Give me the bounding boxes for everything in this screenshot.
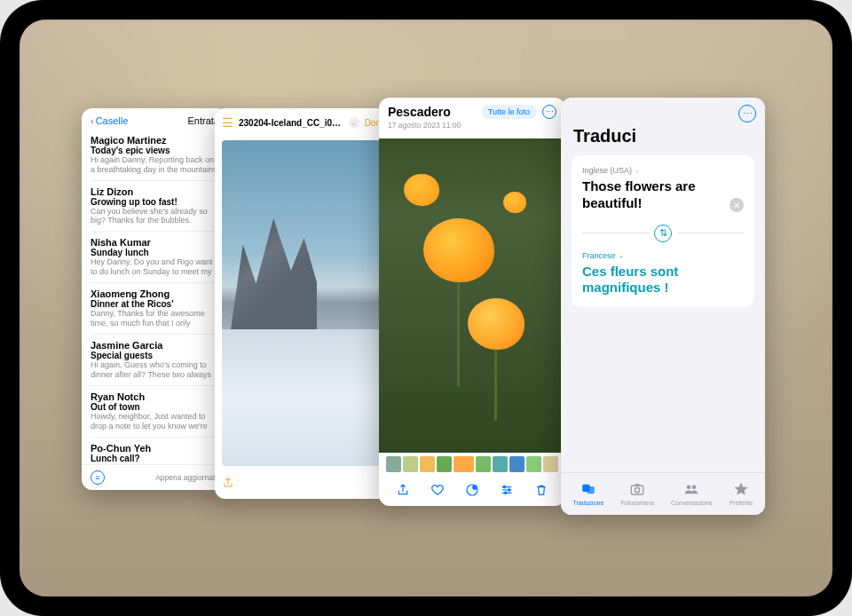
mail-preview: Hey Danny, Do you and Rigo want to do lu… — [91, 257, 219, 277]
translated-text: Ces fleurs sont magnifiques ! — [582, 264, 744, 297]
mail-subject: Today's epic views — [91, 146, 219, 155]
heart-icon[interactable] — [429, 481, 446, 499]
notes-attached-image[interactable] — [222, 140, 381, 466]
filter-icon[interactable]: ≡ — [91, 470, 105, 485]
chevron-down-icon[interactable]: ⌄ — [349, 117, 359, 128]
swap-languages-icon[interactable]: ⇅ — [654, 225, 672, 242]
svg-point-9 — [473, 486, 477, 490]
translate-navbar: ⋯ — [561, 98, 765, 122]
people-icon — [682, 480, 700, 498]
camera-icon — [628, 480, 646, 498]
mail-back-label: Caselle — [96, 115, 129, 126]
more-icon[interactable]: ⋯ — [542, 105, 556, 119]
svg-rect-17 — [631, 486, 643, 494]
mail-subject: Sunday lunch — [91, 248, 219, 257]
chevron-left-icon: ‹ — [91, 115, 94, 126]
adjust-icon[interactable] — [498, 481, 516, 499]
mail-item[interactable]: Nisha Kumar Sunday lunch Hey Danny, Do y… — [91, 232, 219, 283]
thumbnail-current[interactable] — [454, 456, 475, 472]
notes-navbar: ☰ 230204-Iceland_CC_i0… ⌄ Don — [215, 108, 388, 137]
thumbnail[interactable] — [420, 456, 435, 472]
mail-preview: Danny, Thanks for the awesome time, so m… — [91, 309, 219, 328]
mail-item[interactable]: Magico Martinez Today's epic views Hi ag… — [91, 130, 219, 181]
thumbnail[interactable] — [386, 456, 401, 472]
mail-sender: Xiaomeng Zhong — [91, 288, 219, 299]
mail-toolbar: ≡ Appena aggiornato — [82, 464, 228, 490]
tab-label: Fotocamera — [621, 500, 654, 506]
photo-viewer[interactable] — [379, 138, 565, 453]
mail-sender: Nisha Kumar — [91, 237, 219, 248]
snow-foreground — [222, 329, 381, 466]
share-icon[interactable] — [222, 477, 234, 492]
swap-row: ⇅ — [582, 225, 744, 242]
app-card-notes[interactable]: Note Snowscape Photography ☰ 230204-Icel… — [215, 108, 388, 499]
ipad-frame: Mail Entrata ‹ Caselle Entrata Magico Ma… — [0, 0, 852, 616]
mail-item[interactable]: Liz Dizon Growing up too fast! Can you b… — [91, 181, 219, 233]
flower — [468, 298, 525, 350]
trash-icon[interactable] — [532, 481, 550, 499]
app-card-photos[interactable]: Foto Pescadero Tutte le foto ⋯ 17 agosto… — [379, 98, 565, 506]
target-language-selector[interactable]: Francese ⌄ — [582, 251, 744, 260]
all-photos-button[interactable]: Tutte le foto — [481, 105, 537, 119]
mail-subject: Dinner at the Ricos' — [91, 299, 219, 309]
photos-album-title: Pescadero — [388, 105, 451, 119]
app-card-mail[interactable]: Mail Entrata ‹ Caselle Entrata Magico Ma… — [82, 108, 228, 490]
chevron-down-icon: ⌄ — [635, 167, 640, 174]
tab-camera[interactable]: Fotocamera — [621, 480, 654, 506]
chevron-down-icon: ⌄ — [619, 252, 624, 259]
clear-icon[interactable]: ✕ — [730, 198, 744, 212]
flower — [404, 174, 439, 206]
svg-point-12 — [504, 492, 506, 494]
svg-point-18 — [635, 488, 640, 493]
svg-point-11 — [508, 489, 509, 491]
mountain-image — [230, 205, 317, 336]
translate-card: Inglese (USA) ⌄ Those flowers are beauti… — [572, 155, 754, 307]
photo-thumbnails[interactable] — [379, 456, 565, 472]
mail-preview: Hi again Danny, Reporting back on a brea… — [91, 155, 219, 175]
tab-translate[interactable]: Traduzione — [573, 480, 604, 506]
thumbnail[interactable] — [543, 456, 558, 472]
photos-date: 17 agosto 2023 11:00 — [388, 121, 556, 130]
flower-stem — [457, 280, 460, 387]
thumbnail[interactable] — [509, 456, 525, 472]
thumbnail[interactable] — [493, 456, 508, 472]
thumbnail[interactable] — [403, 456, 418, 472]
mail-subject: Special guests — [91, 351, 219, 360]
app-switcher: Mail Entrata ‹ Caselle Entrata Magico Ma… — [82, 82, 788, 534]
mail-sender: Magico Martinez — [91, 135, 219, 146]
notes-toolbar — [215, 470, 388, 499]
mail-sender: Liz Dizon — [91, 186, 219, 197]
photos-toolbar — [379, 472, 565, 506]
mail-sender: Ryan Notch — [91, 391, 219, 402]
source-language: Inglese (USA) — [582, 166, 632, 175]
mail-preview: Can you believe she's already so big? Th… — [91, 207, 219, 226]
mail-item[interactable]: Ryan Notch Out of town Howdy, neighbor, … — [91, 386, 219, 438]
mail-subject: Out of town — [91, 402, 219, 412]
list-icon[interactable]: ☰ — [222, 115, 233, 130]
translate-heading: Traduci — [561, 122, 765, 155]
share-icon[interactable] — [394, 481, 412, 499]
mail-preview: Hi again. Guess who's coming to dinner a… — [91, 360, 219, 380]
more-icon[interactable]: ⋯ — [738, 105, 756, 122]
mail-item[interactable]: Jasmine Garcia Special guests Hi again. … — [91, 335, 219, 386]
mail-subject: Lunch call? — [91, 454, 219, 463]
source-language-selector[interactable]: Inglese (USA) ⌄ — [582, 166, 744, 175]
mail-list[interactable]: Magico Martinez Today's epic views Hi ag… — [82, 130, 228, 464]
info-icon[interactable] — [463, 481, 481, 499]
thumbnail[interactable] — [526, 456, 541, 472]
thumbnail[interactable] — [476, 456, 491, 472]
mail-back-button[interactable]: ‹ Caselle — [91, 115, 128, 126]
mail-item[interactable]: Xiaomeng Zhong Dinner at the Ricos' Dann… — [91, 283, 219, 335]
thumbnail[interactable] — [437, 456, 452, 472]
translate-tabbar: Traduzione Fotocamera Conversazione Pref… — [561, 472, 765, 515]
app-card-translate[interactable]: Traduci ⋯ Traduci Inglese (USA) ⌄ Those … — [561, 98, 765, 515]
svg-point-19 — [687, 486, 691, 490]
flower — [423, 218, 494, 282]
target-language: Francese — [582, 251, 616, 260]
source-text[interactable]: Those flowers are beautiful! — [582, 178, 744, 212]
notes-filename: 230204-Iceland_CC_i0… — [239, 118, 343, 128]
tab-favorites[interactable]: Preferite — [730, 480, 753, 506]
translate-tab-icon — [580, 480, 597, 498]
tab-conversation[interactable]: Conversazione — [671, 480, 713, 506]
mail-item[interactable]: Po-Chun Yeh Lunch call? — [91, 438, 219, 464]
